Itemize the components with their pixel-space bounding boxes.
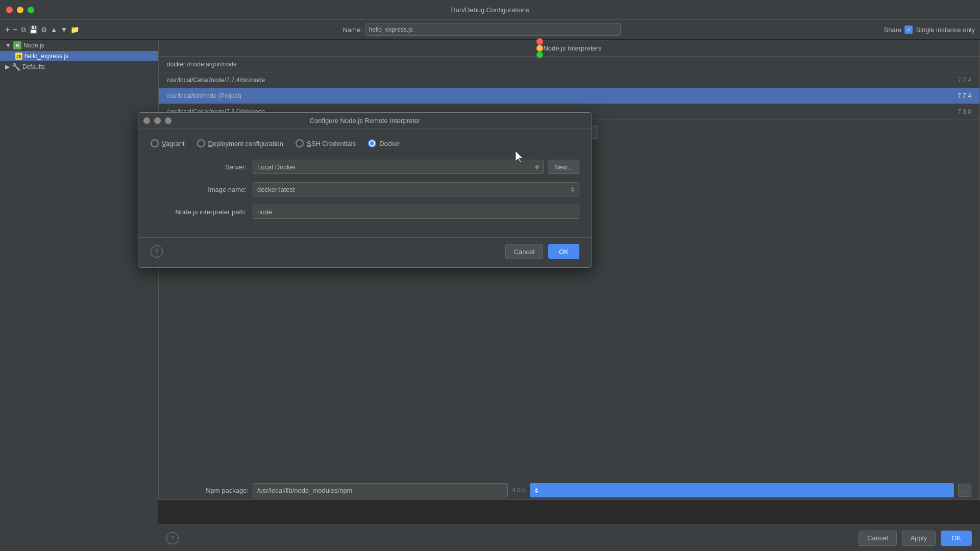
configure-cancel-button[interactable]: Cancel [505,244,543,259]
js-icon: JS [15,53,22,60]
interpreters-dialog-title: Node.js Interpreters [159,40,979,57]
run-debug-bottom-bar: ? Cancel Apply OK [158,524,980,551]
radio-vagrant[interactable]: Vagrant [151,139,185,147]
radio-deployment-label: Deployment configuration [208,140,283,147]
close-button[interactable] [6,7,13,13]
interpreter-row-1[interactable]: /usr/local/Cellar/node/7.7.4/bin/node 7.… [159,72,979,88]
radio-docker[interactable]: Docker [368,139,400,147]
interpreter-version-2: 7.7.4 [958,92,971,99]
down-icon[interactable]: ▼ [61,26,68,34]
sidebar-item-hello-express[interactable]: JS hello_express.js [0,51,158,61]
npm-combo-arrow [534,488,538,493]
add-icon[interactable]: + [5,25,10,34]
interpreters-traffic-lights [536,38,543,58]
cfg-max[interactable] [165,117,172,124]
minus-icon[interactable]: − [13,25,17,34]
int-max[interactable] [536,52,543,58]
configure-title-text: Configure Node.js Remote Interpreter [310,117,421,124]
interpreter-path-1: /usr/local/Cellar/node/7.7.4/bin/node [167,77,958,84]
image-name-value: docker:latest [257,186,295,193]
image-arrow [571,187,575,192]
interpreters-title-text: Node.js Interpreters [543,44,601,52]
npm-version-stepper[interactable] [530,483,954,497]
hello-express-label: hello_express.js [24,53,68,60]
traffic-lights [6,7,34,13]
image-name-control: docker:latest [253,182,579,196]
interp-path-control [253,205,579,219]
interp-path-input[interactable] [253,205,579,219]
npm-package-label: Npm package: [167,487,249,494]
image-name-combo[interactable]: docker:latest [253,182,579,196]
server-control: Local Docker New... [253,160,579,174]
npm-version-display: 4.0.5 [512,487,526,494]
server-combo[interactable]: Local Docker [253,160,544,174]
image-name-field-row: Image name: docker:latest [151,182,579,196]
npm-dots[interactable]: ... [958,484,971,497]
npm-package-row: Npm package: /usr/local/lib/node_modules… [159,481,979,499]
radio-vagrant-label: Vagrant [162,140,185,147]
cfg-min[interactable] [154,117,161,124]
share-label: Share [884,26,902,34]
server-field-row: Server: Local Docker New... [151,160,579,174]
sidebar: ▼ N Node.js JS hello_express.js ▶ 🔧 Defa… [0,40,158,551]
image-arrow-down [571,190,575,192]
single-instance-checkbox[interactable]: Single instance only [904,26,975,34]
int-close[interactable] [536,38,543,45]
minimize-button[interactable] [17,7,23,13]
main-cancel-button[interactable]: Cancel [859,531,896,546]
copy-icon[interactable]: ⧉ [21,26,26,34]
defaults-icon: 🔧 [12,63,20,71]
configure-title: Configure Node.js Remote Interpreter [138,113,592,129]
radio-docker-circle [368,139,376,147]
radio-ssh[interactable]: SSH Credentials [296,139,356,147]
image-name-label: Image name: [151,186,253,193]
configure-footer-buttons: Cancel OK [505,244,579,259]
radio-docker-label: Docker [379,140,400,147]
settings-icon[interactable]: ⚙ [41,26,47,34]
interpreter-version-3: 7.3.0 [958,108,971,115]
int-min[interactable] [536,45,543,52]
interpreter-row-0[interactable]: docker://node:argon/node [159,57,979,72]
configure-ok-button[interactable]: OK [548,244,579,259]
main-ok-button[interactable]: OK [941,531,972,546]
new-server-button[interactable]: New... [548,160,579,174]
sidebar-item-defaults[interactable]: ▶ 🔧 Defaults [0,61,158,72]
maximize-button[interactable] [28,7,34,13]
sidebar-item-nodejs[interactable]: ▼ N Node.js [0,40,158,51]
folder-icon[interactable]: 📁 [70,26,79,34]
single-instance-label: Single instance only [916,26,975,34]
interpreter-row-2[interactable]: /usr/local/bin/node (Project) 7.7.4 [159,88,979,104]
interpreter-path-0: docker://node:argon/node [167,61,971,68]
interpreters-dialog: Node.js Interpreters docker://node:argon… [158,40,980,500]
npm-package-field[interactable]: /usr/local/lib/node_modules/npm [253,483,508,497]
npm-package-value: /usr/local/lib/node_modules/npm [257,487,352,494]
radio-vagrant-circle [151,139,159,147]
radio-group: Vagrant Deployment configuration SSH Cre… [151,139,579,147]
title-bar: Run/Debug Configurations [0,0,980,19]
help-icon: ? [155,248,158,256]
server-arrow-down [535,167,539,169]
radio-deployment[interactable]: Deployment configuration [197,139,283,147]
name-label: Name: [342,26,362,34]
run-debug-help-button[interactable]: ? [166,532,179,544]
radio-ssh-label: SSH Credentials [307,140,356,147]
server-arrow-up [535,165,539,167]
radio-ssh-circle [296,139,304,147]
nodejs-label: Node.js [23,42,44,49]
configure-footer: ? Cancel OK [138,237,592,267]
interpreter-path-2: /usr/local/bin/node (Project) [167,92,958,99]
cfg-close[interactable] [143,117,150,124]
defaults-label: Defaults [22,63,45,70]
run-debug-help-icon: ? [170,534,174,542]
npm-arrow-up [534,488,538,490]
title-text: Run/Debug Configurations [451,6,529,14]
main-apply-button[interactable]: Apply [902,531,936,546]
configure-help-button[interactable]: ? [151,245,163,258]
configure-traffic-lights [143,117,172,124]
expand-icon: ▼ [5,42,11,49]
server-label: Server: [151,163,253,171]
up-icon[interactable]: ▲ [51,26,58,34]
save-icon[interactable]: 💾 [29,26,38,34]
toolbar: + − ⧉ 💾 ⚙ ▲ ▼ 📁 Name: Share Single insta… [0,19,980,40]
name-input[interactable] [365,23,621,36]
